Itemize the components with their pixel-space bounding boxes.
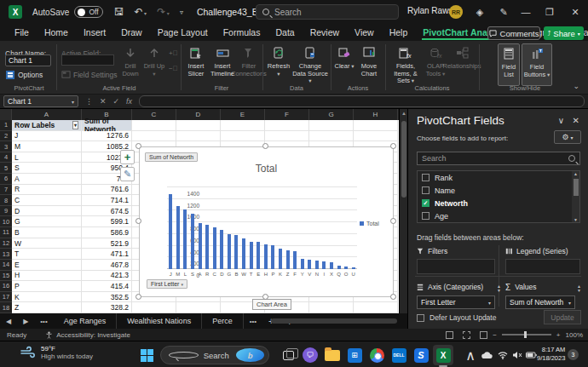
collapse-ribbon-icon[interactable]: ⌄ (573, 82, 579, 90)
chart-bar[interactable] (205, 225, 209, 269)
chart-bar[interactable] (301, 259, 304, 269)
legend-dropzone[interactable] (505, 259, 580, 274)
row-header-15[interactable]: 15 (0, 271, 12, 282)
update-button[interactable]: Update (544, 310, 581, 324)
cell-value[interactable]: 421.3 (82, 271, 132, 282)
field-list-scrollbar[interactable]: ▲ ▼ (572, 171, 579, 222)
filter-dropdown-icon[interactable]: ▾ (72, 121, 78, 129)
chart-selection-handle[interactable] (390, 218, 396, 224)
title-search-box[interactable]: Search (256, 4, 399, 20)
row-header-8[interactable]: 8 (0, 195, 12, 206)
field-settings-button[interactable]: Field Settings (61, 70, 118, 79)
field-scroll-thumb[interactable] (574, 179, 579, 196)
battery-icon[interactable] (524, 345, 538, 365)
column-header-E[interactable]: E (221, 109, 265, 120)
column-header-F[interactable]: F (265, 109, 309, 120)
empty-cell[interactable] (309, 302, 354, 313)
chart-bar[interactable] (330, 262, 333, 269)
sheet-tab-age-ranges[interactable]: Age Ranges (54, 313, 118, 329)
values-area[interactable]: ΣValues Sum of Networth▾ (505, 281, 575, 309)
pane-close-icon[interactable]: ✕ (573, 116, 579, 125)
sheet-next-icon[interactable]: ▶ (17, 318, 34, 325)
filters-dropzone[interactable] (417, 259, 495, 274)
tray-expand-icon[interactable]: ∧ (464, 345, 477, 365)
chart-selection-handle[interactable] (135, 294, 141, 300)
start-button[interactable] (136, 345, 157, 365)
cell-letter[interactable]: B (12, 227, 82, 238)
refresh-button[interactable]: Refresh (267, 43, 291, 86)
cell-letter[interactable]: H (12, 271, 82, 282)
fields-items-sets-button[interactable]: fx Fields, Items, & Sets (389, 43, 423, 86)
field-checkbox[interactable] (422, 174, 429, 181)
row-header-12[interactable]: 12 (0, 238, 12, 249)
column-header-G[interactable]: G (309, 109, 354, 120)
vertical-scroll-thumb[interactable] (401, 121, 406, 198)
chart-styles-button[interactable]: ✎ (120, 167, 135, 181)
cell-sum-of-networth[interactable]: Sum of Networth (82, 120, 132, 131)
cell-letter[interactable]: D (12, 206, 82, 217)
ribbon-tab-draw[interactable]: Draw (113, 24, 150, 41)
row-header-11[interactable]: 11 (0, 227, 12, 238)
sheet-more-icon[interactable]: ••• (34, 318, 53, 325)
ribbon-tab-file[interactable]: File (7, 24, 37, 41)
chart-bar[interactable] (286, 250, 290, 270)
chart-bar[interactable] (293, 251, 297, 269)
zoom-slider-thumb[interactable] (524, 331, 527, 338)
chart-bar[interactable] (220, 230, 223, 269)
chart-bar[interactable] (191, 214, 194, 269)
relationships-button[interactable]: Relationships (448, 43, 476, 86)
clock[interactable]: 8:17 AM 9/18/2023 (537, 346, 565, 363)
row-header-5[interactable]: 5 (0, 163, 12, 174)
ribbon-tab-review[interactable]: Review (303, 24, 347, 41)
comments-button[interactable]: Comments (487, 26, 540, 40)
empty-cell[interactable] (265, 131, 309, 142)
collapse-field-icon[interactable]: −⃞ (169, 65, 178, 72)
ribbon-tab-data[interactable]: Data (268, 24, 302, 41)
empty-cell[interactable] (176, 131, 221, 142)
chat-app-button[interactable]: 🗩 (300, 345, 320, 365)
chart-selection-handle[interactable] (390, 143, 396, 149)
row-header-3[interactable]: 3 (0, 141, 12, 152)
chart-bar[interactable] (337, 266, 341, 269)
field-list-button[interactable]: Field List (498, 43, 520, 86)
empty-cell[interactable] (132, 302, 176, 313)
chart-value-field-button[interactable]: Sum of Networth (145, 152, 198, 162)
row-header-2[interactable]: 2 (0, 131, 12, 142)
chart-selection-handle[interactable] (390, 294, 396, 300)
insert-slicer-button[interactable]: Insert Slicer (184, 43, 208, 86)
options-button[interactable]: Options (5, 70, 43, 80)
cell-value[interactable]: 415.4 (82, 281, 132, 292)
cell-letter[interactable]: S (12, 163, 82, 174)
chart-bar[interactable] (242, 238, 245, 269)
chart-name-input[interactable]: Chart 1 (5, 54, 51, 66)
field-item-age[interactable]: Age (418, 209, 579, 222)
cell-value[interactable]: 328.2 (82, 302, 132, 313)
save-icon[interactable]: 🖫 (113, 6, 124, 18)
axis-area[interactable]: Axis (Categories) First Letter▾ (417, 281, 495, 309)
excel-app-icon[interactable]: X (9, 5, 22, 19)
empty-cell[interactable] (354, 120, 398, 131)
onedrive-cloud-icon[interactable] (479, 345, 494, 365)
autosave-toggle[interactable]: Off (74, 6, 103, 18)
cell-letter[interactable]: K (12, 292, 82, 303)
empty-cell[interactable] (309, 131, 354, 142)
field-item-rank[interactable]: Rank (418, 171, 579, 184)
move-chart-button[interactable]: Move Chart (356, 43, 382, 86)
row-header-4[interactable]: 4 (0, 152, 12, 163)
filter-connections-button[interactable]: Filter Connections (237, 43, 261, 86)
chart-bar[interactable] (176, 206, 180, 269)
field-item-name[interactable]: Name (418, 184, 579, 197)
values-spinner[interactable]: ▲▼ (577, 284, 581, 293)
chart-bar[interactable] (315, 261, 319, 269)
redo-icon[interactable]: ↷ ▾ (157, 6, 170, 18)
sheet-prev-icon[interactable]: ◀ (0, 318, 17, 325)
chart-legend[interactable]: Total (360, 221, 379, 227)
legend-area[interactable]: Legend (Series) (505, 245, 580, 274)
field-scroll-down-icon[interactable]: ▼ (572, 217, 579, 222)
cell-value[interactable]: 761.6 (82, 185, 132, 196)
zoom-in-icon[interactable]: + (556, 331, 561, 339)
chart-bar[interactable] (322, 261, 326, 269)
empty-cell[interactable] (309, 120, 354, 131)
ribbon-tab-help[interactable]: Help (382, 24, 416, 41)
chart-axis-field-button[interactable]: First Letter ▾ (147, 279, 187, 289)
